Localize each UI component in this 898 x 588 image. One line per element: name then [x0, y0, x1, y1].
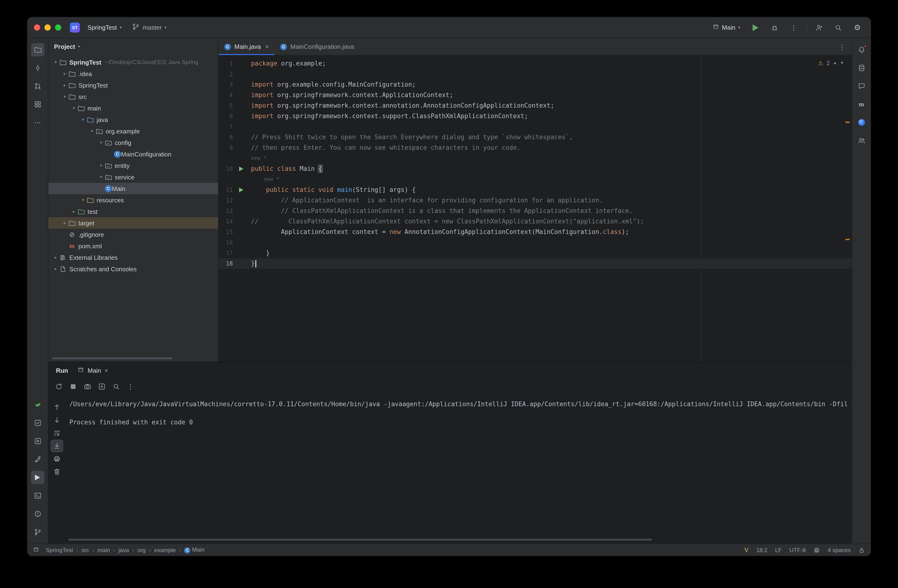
- code-line-3[interactable]: 3import org.example.config.MainConfigura…: [218, 79, 852, 90]
- branch-selector[interactable]: master ▾: [129, 21, 169, 34]
- ai-dot-tool-button[interactable]: [855, 116, 868, 129]
- code-line-15[interactable]: 15 ApplicationContext context = new Anno…: [218, 227, 852, 237]
- tree-expander-icon[interactable]: ▸: [52, 255, 59, 260]
- code-line-7[interactable]: 7: [218, 122, 852, 132]
- code-line-17[interactable]: 17 }: [218, 248, 852, 259]
- indent-widget[interactable]: 4 spaces: [828, 546, 851, 553]
- next-problem-icon[interactable]: ▼: [840, 58, 844, 68]
- tree-item-main[interactable]: ▾main: [48, 102, 218, 114]
- tree-expander-icon[interactable]: ▸: [61, 71, 68, 76]
- tree-expander-icon[interactable]: ▸: [70, 209, 77, 214]
- pull-requests-tool-button[interactable]: [31, 79, 44, 93]
- soft-wrap-button[interactable]: [51, 427, 63, 439]
- run-configuration-selector[interactable]: Main ▾: [710, 22, 743, 34]
- tree-item--idea[interactable]: ▸.idea: [48, 68, 218, 79]
- editor-tab-main-java[interactable]: CMain.java×: [218, 38, 274, 55]
- build-tool-button[interactable]: [31, 453, 44, 466]
- structure-tool-button[interactable]: [31, 98, 44, 111]
- tree-expander-icon[interactable]: ▸: [61, 83, 68, 88]
- code-line-10[interactable]: 10public class Main {: [218, 164, 852, 174]
- people-tool-button[interactable]: [855, 134, 868, 147]
- tree-expander-icon[interactable]: ▾: [98, 175, 105, 179]
- code-line-16[interactable]: 16: [218, 237, 852, 248]
- thread-dump-button[interactable]: [82, 381, 93, 393]
- run-line-icon[interactable]: [239, 166, 243, 171]
- code-line-1[interactable]: 1package org.example;: [218, 58, 852, 69]
- caret-position-widget[interactable]: 18:2: [756, 546, 767, 553]
- project-tool-button[interactable]: [31, 43, 44, 57]
- editor-tab-mainconfiguration-java[interactable]: CMainConfiguration.java: [274, 38, 360, 55]
- chat-tool-button[interactable]: [855, 79, 868, 93]
- code-editor[interactable]: 1package org.example;23import org.exampl…: [218, 55, 852, 362]
- tree-item-external-libraries[interactable]: ▸External Libraries: [48, 252, 218, 263]
- tree-expander-icon[interactable]: ▾: [61, 94, 68, 99]
- code-line-12[interactable]: 12 // ApplicationContext is an interface…: [218, 195, 852, 206]
- tree-expander-icon[interactable]: ▾: [98, 163, 105, 168]
- tree-item-test[interactable]: ▸test: [48, 206, 218, 217]
- close-icon[interactable]: ×: [105, 367, 108, 374]
- project-selector[interactable]: SpringTest ▾: [85, 22, 125, 33]
- code-line-2[interactable]: 2: [218, 69, 852, 79]
- horizontal-scrollbar[interactable]: [52, 357, 172, 359]
- code-line-5[interactable]: 5import org.springframework.context.anno…: [218, 100, 852, 111]
- run-tool-button[interactable]: [31, 471, 44, 484]
- code-line-9[interactable]: 9// then press Enter. You can now see wh…: [218, 143, 852, 153]
- printer-widget[interactable]: [813, 546, 820, 553]
- tree-item--gitignore[interactable]: ⊘.gitignore: [48, 229, 218, 240]
- tree-item-resources[interactable]: ▾resources: [48, 194, 218, 206]
- tab-options-button[interactable]: ⋮: [835, 40, 849, 53]
- search-button[interactable]: [111, 381, 122, 393]
- console-output[interactable]: /Users/eve/Library/Java/JavaVirtualMachi…: [66, 395, 852, 543]
- inlay-hint-line[interactable]: new *: [218, 174, 852, 185]
- encoding-widget[interactable]: UTF-8: [789, 546, 806, 553]
- breadcrumb-org[interactable]: org: [137, 546, 146, 553]
- search-everywhere-button[interactable]: [832, 21, 845, 34]
- tree-item-target[interactable]: ▸target: [48, 217, 218, 229]
- code-line-13[interactable]: 13 // ClassPathXmlApplicationContext is …: [218, 206, 852, 216]
- maven-tool-button[interactable]: m: [855, 98, 868, 111]
- tree-expander-icon[interactable]: ▾: [52, 60, 59, 65]
- tree-item-springtest[interactable]: ▸SpringTest: [48, 79, 218, 91]
- scroll-to-end-button[interactable]: [51, 440, 63, 452]
- tree-item-java[interactable]: ▾java: [48, 114, 218, 125]
- ideavim-widget[interactable]: V: [744, 546, 749, 554]
- close-window-button[interactable]: [34, 25, 40, 31]
- line-separator-widget[interactable]: LF: [775, 546, 782, 553]
- tree-expander-icon[interactable]: ▾: [98, 140, 105, 145]
- tree-item-main[interactable]: CMain: [48, 183, 218, 194]
- tree-item-src[interactable]: ▾src: [48, 91, 218, 102]
- terminal-tool-button[interactable]: [31, 489, 44, 502]
- run-gutter-slot[interactable]: [235, 188, 247, 192]
- write-access-lock[interactable]: [858, 546, 865, 553]
- tree-expander-icon[interactable]: ▾: [88, 129, 95, 134]
- branch-tool-button[interactable]: [31, 525, 44, 539]
- breadcrumb-main[interactable]: C Main: [185, 546, 205, 554]
- commit-tool-button[interactable]: [31, 61, 44, 75]
- run-line-icon[interactable]: [239, 188, 243, 192]
- code-line-8[interactable]: 8// Press Shift twice to open the Search…: [218, 132, 852, 143]
- tree-item-springtest[interactable]: ▾SpringTest~/Desktop/CS/JavaEE/2 Java Sp…: [48, 57, 218, 68]
- inlay-hint-line[interactable]: new *: [218, 153, 852, 164]
- problems-tool-button[interactable]: [31, 507, 44, 520]
- close-tab-icon[interactable]: ×: [265, 43, 269, 50]
- tree-expander-icon[interactable]: ▸: [61, 220, 68, 225]
- project-panel-header[interactable]: Project ▾: [48, 38, 218, 55]
- tree-expander-icon[interactable]: ▸: [52, 266, 59, 271]
- breadcrumb-java[interactable]: java: [118, 546, 129, 553]
- run-tab-main[interactable]: Main ×: [78, 366, 108, 374]
- minimize-window-button[interactable]: [45, 25, 51, 31]
- tree-item-entity[interactable]: ▾entity: [48, 160, 218, 171]
- warning-stripe-mark[interactable]: [846, 239, 850, 240]
- code-with-me-button[interactable]: [812, 21, 826, 34]
- run-button[interactable]: [749, 21, 762, 34]
- zoom-window-button[interactable]: [55, 25, 61, 31]
- tree-item-pom-xml[interactable]: mpom.xml: [48, 240, 218, 252]
- warning-stripe-mark[interactable]: [846, 122, 850, 123]
- more-vertical-button[interactable]: ⋮: [125, 381, 136, 393]
- settings-button[interactable]: ⚙: [851, 21, 864, 34]
- rerun-button[interactable]: [53, 381, 65, 393]
- breadcrumb-src[interactable]: src: [81, 546, 89, 553]
- clear-button[interactable]: [51, 466, 63, 477]
- spring-tool-button[interactable]: [31, 398, 44, 411]
- database-tool-button[interactable]: [855, 61, 868, 75]
